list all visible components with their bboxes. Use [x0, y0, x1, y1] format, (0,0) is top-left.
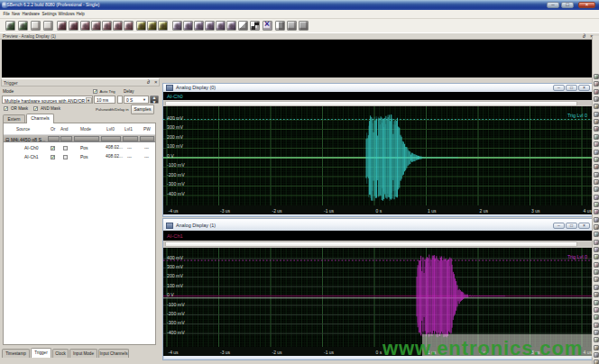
svg-text:-200 mV: -200 mV [167, 172, 185, 177]
svg-text:100 mV: 100 mV [167, 283, 183, 288]
svg-text:300 mV: 300 mV [167, 264, 183, 269]
svg-text:Trig Lvl 0: Trig Lvl 0 [567, 113, 587, 118]
svg-text:100 mV: 100 mV [167, 143, 183, 149]
svg-text:Trig Lvl 0: Trig Lvl 0 [567, 254, 587, 259]
svg-text:400 mV: 400 mV [167, 115, 183, 121]
svg-text:0 V: 0 V [167, 153, 174, 159]
svg-text:200 mV: 200 mV [167, 273, 183, 278]
svg-text:-400 mV: -400 mV [167, 330, 185, 335]
svg-text:-200 mV: -200 mV [167, 311, 185, 316]
svg-text:200 mV: 200 mV [167, 134, 183, 140]
svg-text:300 mV: 300 mV [167, 124, 183, 130]
svg-text:-400 mV: -400 mV [167, 191, 185, 196]
svg-text:-100 mV: -100 mV [167, 162, 185, 168]
svg-text:-300 mV: -300 mV [167, 320, 185, 325]
svg-text:0 V: 0 V [167, 292, 174, 297]
svg-text:-100 mV: -100 mV [167, 302, 185, 307]
svg-text:-300 mV: -300 mV [167, 181, 185, 187]
svg-text:400 mV: 400 mV [167, 255, 183, 260]
